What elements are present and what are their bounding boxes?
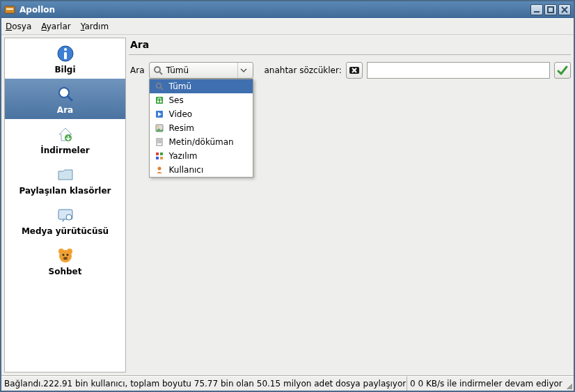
divider [129, 54, 571, 55]
dropdown-option-yaz-l-m[interactable]: Yazılım [150, 149, 253, 163]
sidebar-item-label: Ara [57, 105, 73, 115]
svg-point-16 [66, 254, 68, 256]
svg-point-15 [62, 254, 64, 256]
close-button[interactable] [558, 4, 571, 15]
menu-item-yardım[interactable]: Yardım [81, 22, 109, 31]
search-icon [56, 84, 75, 104]
dropdown-selected-label: Tümü [166, 65, 237, 75]
minimize-button[interactable] [530, 4, 543, 15]
sidebar-item-label: Paylaşılan klasörler [19, 186, 111, 196]
menubar: DosyaAyarlarYardım [1, 18, 574, 35]
svg-rect-35 [160, 157, 163, 159]
sidebar-item-sohbet[interactable]: Sohbet [5, 240, 125, 281]
dropdown-option-label: Ses [169, 95, 184, 105]
sidebar-item-ara[interactable]: Ara [5, 79, 125, 119]
svg-rect-33 [160, 152, 163, 155]
sidebar: BilgiAraİndirmelerPaylaşılan klasörlerMe… [4, 38, 126, 373]
keywords-input[interactable] [367, 62, 550, 79]
svg-rect-3 [548, 7, 553, 13]
dropdown-option-kullan-c-[interactable]: Kullanıcı [150, 163, 253, 177]
app-window: Apollon DosyaAyarlarYardım BilgiAraİndir… [0, 0, 575, 392]
svg-point-11 [66, 214, 72, 220]
dropdown-option-label: Kullanıcı [169, 165, 204, 175]
folder-icon [56, 165, 75, 185]
keywords-label: anahtar sözcükler: [265, 65, 342, 75]
statusbar: Bağlandı.222.91 bin kullanıcı, toplam bo… [1, 375, 574, 391]
main-panel: Ara Ara Tümü TümüSesVideoResimMetin/dökü… [129, 38, 571, 373]
svg-point-20 [156, 84, 161, 88]
dropdown-option-video[interactable]: Video [150, 107, 253, 121]
media-icon [56, 205, 75, 225]
video-icon [154, 110, 165, 118]
menu-item-dosya[interactable]: Dosya [6, 22, 31, 31]
body-area: BilgiAraİndirmelerPaylaşılan klasörlerMe… [1, 35, 574, 375]
dropdown-option-resim[interactable]: Resim [150, 121, 253, 135]
svg-point-5 [64, 48, 67, 51]
bear-icon [56, 246, 75, 265]
svg-rect-6 [64, 52, 67, 59]
main-heading: Ara [129, 38, 571, 54]
maximize-button[interactable] [544, 4, 557, 15]
svg-rect-32 [156, 152, 159, 155]
svg-line-8 [68, 96, 72, 101]
sidebar-item-paylaşılan-klasörler[interactable]: Paylaşılan klasörler [5, 159, 125, 200]
search-row: Ara Tümü TümüSesVideoResimMetin/dökümanY… [129, 62, 571, 79]
dropdown-option-label: Video [169, 109, 193, 119]
audio-icon [154, 96, 165, 104]
dropdown-option-ses[interactable]: Ses [150, 93, 253, 107]
svg-point-27 [157, 126, 158, 127]
dropdown-option-t-m-[interactable]: Tümü [150, 79, 253, 93]
dropdown-option-label: Yazılım [169, 151, 198, 161]
svg-point-7 [59, 88, 69, 97]
sidebar-item-bilgi[interactable]: Bilgi [5, 38, 125, 79]
search-type-dropdown: Tümü TümüSesVideoResimMetin/dökümanYazıl… [149, 62, 253, 79]
status-downloads: 0 0 KB/s ile indirmeler devam ediyor [407, 376, 574, 391]
search-submit-button[interactable] [554, 62, 571, 79]
sidebar-item-label: Medya yürütücüsü [22, 226, 109, 236]
image-icon [154, 124, 165, 132]
svg-rect-34 [156, 157, 159, 159]
sidebar-item-label: İndirmeler [40, 146, 89, 155]
svg-point-17 [63, 257, 68, 260]
svg-point-23 [157, 101, 159, 103]
svg-rect-1 [6, 8, 13, 10]
dropdown-option-label: Resim [169, 123, 194, 133]
user-icon [154, 166, 165, 174]
dropdown-button[interactable]: Tümü [149, 62, 253, 79]
status-connection: Bağlandı.222.91 bin kullanıcı, toplam bo… [1, 376, 407, 391]
dropdown-option-label: Metin/döküman [169, 137, 234, 147]
menu-item-ayarlar[interactable]: Ayarlar [41, 22, 70, 31]
home-down-icon [56, 125, 75, 144]
sidebar-item-label: Sohbet [49, 267, 82, 276]
search-icon [154, 82, 165, 91]
sidebar-item-i̇ndirmeler[interactable]: İndirmeler [5, 119, 125, 159]
clear-keywords-button[interactable] [346, 62, 363, 79]
dropdown-option-metin-d-k-man[interactable]: Metin/döküman [150, 135, 253, 149]
text-icon [154, 138, 165, 146]
svg-line-21 [161, 88, 163, 90]
window-title: Apollon [19, 5, 529, 15]
search-label: Ara [130, 65, 145, 75]
app-icon [4, 4, 15, 15]
chevron-down-icon [237, 63, 250, 78]
dropdown-option-label: Tümü [169, 81, 192, 91]
svg-rect-2 [534, 11, 539, 13]
svg-point-18 [155, 67, 160, 72]
dropdown-menu: TümüSesVideoResimMetin/dökümanYazılımKul… [149, 79, 253, 178]
info-icon [56, 44, 75, 63]
search-icon [152, 65, 164, 75]
svg-line-19 [159, 72, 162, 75]
svg-point-24 [159, 101, 162, 103]
svg-point-36 [157, 167, 161, 171]
titlebar: Apollon [1, 1, 574, 18]
sidebar-item-label: Bilgi [54, 65, 75, 75]
svg-point-14 [59, 250, 72, 262]
software-icon [154, 152, 165, 160]
sidebar-item-medya-yürütücüsü[interactable]: Medya yürütücüsü [5, 200, 125, 240]
